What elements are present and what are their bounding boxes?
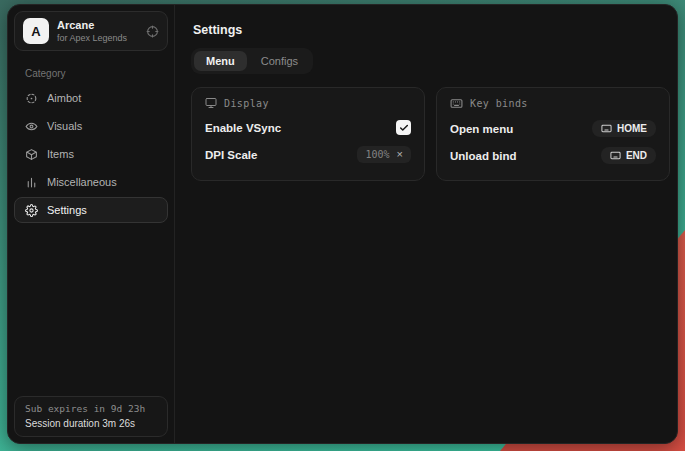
category-label: Category bbox=[25, 68, 174, 79]
dpi-row: DPI Scale 100% × bbox=[205, 143, 411, 166]
sidebar-item-label: Miscellaneous bbox=[47, 176, 117, 188]
unload-keybind-button[interactable]: END bbox=[601, 147, 656, 164]
sidebar-item-label: Visuals bbox=[47, 120, 82, 132]
unload-key: END bbox=[626, 150, 647, 161]
open-menu-row: Open menu HOME bbox=[450, 117, 656, 140]
main-content: Settings Menu Configs Display Enable VSy… bbox=[175, 5, 678, 443]
sidebar-nav: Aimbot Visuals Items bbox=[8, 85, 174, 225]
vsync-label: Enable VSync bbox=[205, 122, 281, 134]
package-icon bbox=[25, 148, 38, 161]
session-duration-text: Session duration 3m 26s bbox=[25, 418, 157, 429]
tab-bar: Menu Configs bbox=[191, 48, 313, 74]
sidebar: A Arcane for Apex Legends Category Aimbo… bbox=[8, 5, 175, 443]
monitor-icon bbox=[205, 97, 217, 109]
sidebar-item-label: Items bbox=[47, 148, 74, 160]
check-icon bbox=[399, 123, 409, 133]
keyboard-icon bbox=[601, 123, 612, 134]
sidebar-item-items[interactable]: Items bbox=[14, 141, 168, 167]
app-subtitle: for Apex Legends bbox=[57, 33, 127, 43]
page-title: Settings bbox=[193, 23, 670, 37]
sidebar-item-aimbot[interactable]: Aimbot bbox=[14, 85, 168, 111]
profile-card: A Arcane for Apex Legends bbox=[14, 11, 168, 51]
keybinds-card-title: Key binds bbox=[470, 98, 528, 109]
dpi-value: 100% bbox=[365, 149, 389, 160]
unload-bind-label: Unload bind bbox=[450, 150, 516, 162]
clear-icon[interactable]: × bbox=[397, 149, 403, 160]
open-menu-keybind-button[interactable]: HOME bbox=[592, 120, 656, 137]
sidebar-item-label: Settings bbox=[47, 204, 87, 216]
vsync-row: Enable VSync bbox=[205, 116, 411, 139]
sidebar-item-settings[interactable]: Settings bbox=[14, 197, 168, 223]
open-menu-key: HOME bbox=[617, 123, 647, 134]
keyboard-icon bbox=[610, 150, 621, 161]
settings-cards: Display Enable VSync DPI Scale 100% × bbox=[191, 87, 670, 181]
app-window: A Arcane for Apex Legends Category Aimbo… bbox=[7, 4, 678, 444]
crosshair-target-icon[interactable] bbox=[146, 25, 159, 38]
dpi-label: DPI Scale bbox=[205, 149, 257, 161]
sidebar-item-miscellaneous[interactable]: Miscellaneous bbox=[14, 169, 168, 195]
keyboard-icon bbox=[450, 97, 463, 110]
crosshair-icon bbox=[25, 92, 38, 105]
app-name: Arcane bbox=[57, 19, 127, 31]
dpi-scale-input[interactable]: 100% × bbox=[357, 146, 411, 163]
app-logo: A bbox=[23, 18, 49, 44]
eye-icon bbox=[25, 120, 38, 133]
bars-icon bbox=[25, 176, 38, 189]
open-menu-label: Open menu bbox=[450, 123, 513, 135]
profile-meta: Arcane for Apex Legends bbox=[57, 19, 127, 43]
sub-expiry-text: Sub expires in 9d 23h bbox=[25, 403, 157, 414]
sidebar-item-label: Aimbot bbox=[47, 92, 81, 104]
keybinds-card-header: Key binds bbox=[450, 97, 656, 110]
gear-icon bbox=[25, 204, 38, 217]
keybinds-card: Key binds Open menu HOME Unload bind bbox=[436, 87, 670, 181]
tab-menu[interactable]: Menu bbox=[194, 51, 247, 71]
vsync-checkbox[interactable] bbox=[396, 120, 411, 135]
display-card-header: Display bbox=[205, 97, 411, 109]
unload-bind-row: Unload bind END bbox=[450, 144, 656, 167]
subscription-info-box: Sub expires in 9d 23h Session duration 3… bbox=[14, 396, 168, 437]
tab-configs[interactable]: Configs bbox=[249, 51, 310, 71]
sidebar-item-visuals[interactable]: Visuals bbox=[14, 113, 168, 139]
display-card-title: Display bbox=[224, 98, 269, 109]
display-card: Display Enable VSync DPI Scale 100% × bbox=[191, 87, 425, 181]
